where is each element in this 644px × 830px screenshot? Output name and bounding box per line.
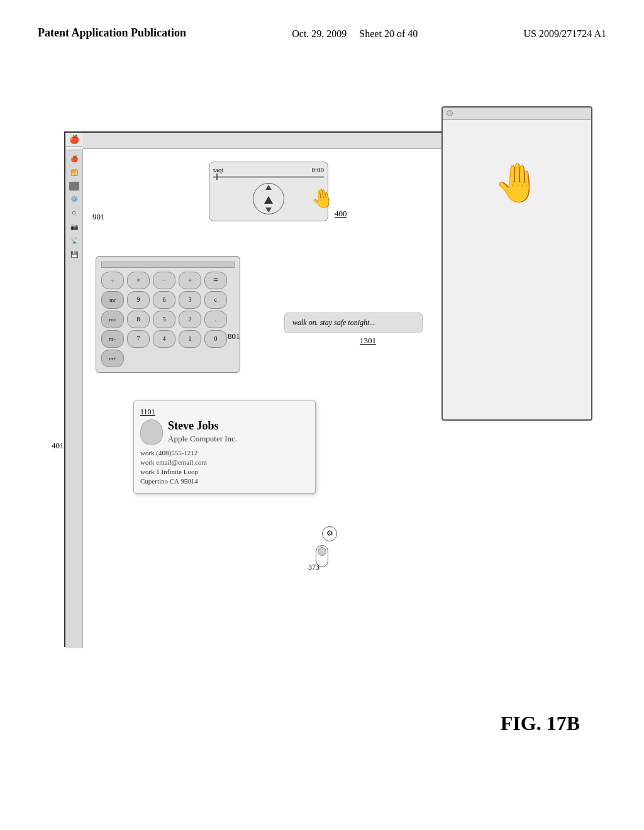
down-arrow	[265, 208, 272, 213]
calc-btn-mr[interactable]: mr	[101, 291, 124, 309]
sidebar-icon-7[interactable]: 📡	[69, 236, 80, 246]
calc-btn-dot[interactable]: .	[204, 311, 227, 328]
calc-btn-plus[interactable]: +	[179, 272, 201, 289]
main-content: 401 🍎 Finder File Edit View Go Window He…	[0, 56, 644, 798]
arm-figure-right: 🤚	[443, 120, 591, 246]
header-date-sheet: Oct. 29, 2009 Sheet 20 of 40	[292, 25, 418, 43]
sidebar-icon-1[interactable]: 🍎	[69, 154, 80, 164]
fig-label: FIG. 17B	[501, 712, 580, 735]
figure-decoration: 🤚	[309, 185, 336, 211]
calc-btn-c[interactable]: c	[204, 291, 227, 309]
song-title: taqi	[213, 166, 224, 174]
down-triangle	[265, 208, 272, 213]
sidebar: 🍎 📶 ⚙️ ○ 📷 📡 💾	[65, 149, 83, 648]
calc-btn-7[interactable]: 7	[127, 330, 150, 348]
label-801: 801	[228, 331, 240, 341]
label-1101-inside: 1101	[140, 407, 309, 417]
calc-btn-2[interactable]: 2	[179, 311, 201, 328]
desktop-area: taqi 0:00	[83, 149, 480, 648]
gear-icon[interactable]: ⚙	[322, 526, 337, 541]
spacer4	[204, 350, 228, 367]
calc-grid: ÷ × − + = mr 9 6 3 c mc 8 5	[101, 272, 235, 367]
calc-display	[101, 262, 235, 268]
sidebar-icon-2[interactable]: 📶	[69, 168, 80, 178]
contact-avatar	[140, 419, 163, 445]
message-area: walk on. stay safe tonight... 1301	[284, 313, 460, 346]
right-panel: 🤚	[441, 106, 592, 421]
apple-icon: 🍎	[69, 135, 79, 145]
sidebar-icon-8[interactable]: 💾	[69, 250, 80, 260]
message-bubble: walk on. stay safe tonight...	[284, 313, 423, 333]
progress-thumb	[216, 174, 218, 180]
up-arrow	[265, 185, 272, 190]
mac-window: 🍎 Finder File Edit View Go Window Help 🍎…	[64, 131, 479, 647]
sidebar-icon-4[interactable]: ⚙️	[69, 194, 80, 204]
sidebar-icon-5[interactable]: ○	[69, 208, 80, 218]
calc-btn-mc[interactable]: mc	[101, 311, 124, 328]
label-401: 401	[52, 441, 64, 451]
slider-thumb[interactable]	[318, 547, 326, 556]
calc-btn-1[interactable]: 1	[179, 330, 201, 348]
right-panel-titlebar	[443, 108, 591, 120]
contact-address1: work 1 Infinite Loop	[140, 468, 309, 475]
patent-figure: 401 🍎 Finder File Edit View Go Window He…	[52, 81, 592, 773]
up-triangle	[265, 185, 272, 190]
contact-email: work email@email.com	[140, 458, 309, 466]
calc-btn-mminus[interactable]: m−	[101, 330, 124, 348]
calc-btn-5[interactable]: 5	[153, 311, 175, 328]
progress-bar[interactable]	[213, 176, 324, 178]
spacer2	[153, 350, 177, 367]
contact-name: Steve Jobs	[168, 419, 237, 433]
page-header: Patent Application Publication Oct. 29, …	[0, 0, 644, 56]
calc-btn-0[interactable]: 0	[204, 330, 227, 348]
gear-circle[interactable]: ⚙	[322, 526, 337, 541]
sidebar-icon-6[interactable]: 📷	[69, 222, 80, 232]
label-1301: 1301	[284, 336, 460, 346]
calc-btn-divide[interactable]: ÷	[101, 272, 124, 289]
calc-btn-multiply[interactable]: ×	[127, 272, 150, 289]
contact-company: Apple Computer Inc.	[168, 434, 237, 444]
calc-btn-mplus[interactable]: m+	[101, 350, 124, 367]
contact-phone: work (408)555-1212	[140, 449, 309, 456]
label-400: 400	[335, 209, 347, 219]
label-373: 373	[308, 563, 319, 572]
header-patent-number: US 2009/271724 A1	[523, 25, 606, 43]
calc-btn-9[interactable]: 9	[127, 291, 150, 309]
play-triangle	[264, 196, 273, 204]
song-time: 0:00	[311, 166, 324, 174]
sidebar-icon-3[interactable]	[69, 182, 79, 191]
header-title: Patent Application Publication	[38, 25, 186, 41]
label-901: 901	[92, 212, 105, 222]
spacer3	[179, 350, 203, 367]
contact-card: 1101 Steve Jobs Apple Computer Inc. work…	[133, 401, 316, 494]
calc-btn-equals[interactable]: =	[204, 272, 227, 289]
contact-address2: Cupertino CA 95014	[140, 477, 309, 485]
music-circle-control	[213, 183, 324, 214]
music-player: taqi 0:00	[209, 162, 328, 221]
calc-btn-minus[interactable]: −	[153, 272, 175, 289]
contact-header: Steve Jobs Apple Computer Inc.	[140, 419, 309, 449]
calc-btn-8[interactable]: 8	[127, 311, 150, 328]
calc-btn-4[interactable]: 4	[153, 330, 175, 348]
calc-btn-3[interactable]: 3	[179, 291, 201, 309]
contact-info: Steve Jobs Apple Computer Inc.	[168, 419, 237, 449]
music-play-circle[interactable]	[253, 183, 284, 214]
music-top-bar: taqi 0:00	[213, 166, 324, 174]
close-dot	[447, 110, 453, 116]
calculator: ÷ × − + = mr 9 6 3 c mc 8 5	[96, 256, 240, 373]
top-icons-bar: 🔋 (6%)	[83, 133, 480, 149]
calc-btn-6[interactable]: 6	[153, 291, 175, 309]
spacer1	[127, 350, 151, 367]
